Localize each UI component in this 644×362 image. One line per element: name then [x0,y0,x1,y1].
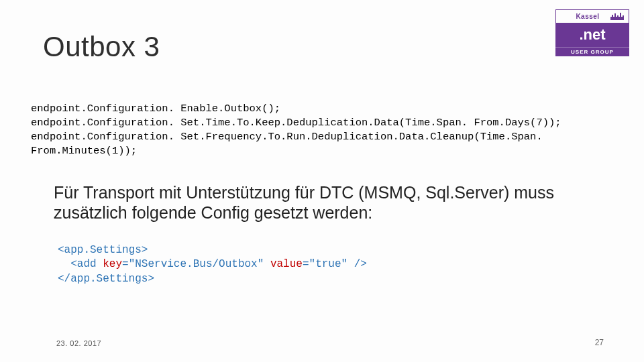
slide-title: Outbox 3 [43,31,612,63]
code-line: endpoint.Configuration. Set.Time.To.Keep… [31,116,612,130]
footer-page-number: 27 [595,338,604,347]
code-line: endpoint.Configuration. Set.Frequency.To… [31,130,612,158]
dotnet-usergroup-logo: Kassel .net USER GROUP [555,9,629,56]
code-block-csharp: endpoint.Configuration. Enable.Outbox();… [31,102,612,158]
logo-sub: USER GROUP [555,47,629,56]
logo-top: Kassel [555,9,629,23]
slide: Kassel .net USER GROUP Outbox 3 endpoint… [0,0,644,362]
logo-brand: .net [555,23,629,47]
footer-date: 23. 02. 2017 [56,339,101,347]
code-line: endpoint.Configuration. Enable.Outbox(); [31,102,612,116]
logo-city: Kassel [576,13,608,20]
explanation-text: Für Transport mit Unterstützung für DTC … [54,182,612,223]
skyline-icon [610,11,626,21]
code-block-xml: <app.Settings> <add key="NService.Bus/Ou… [58,243,612,287]
